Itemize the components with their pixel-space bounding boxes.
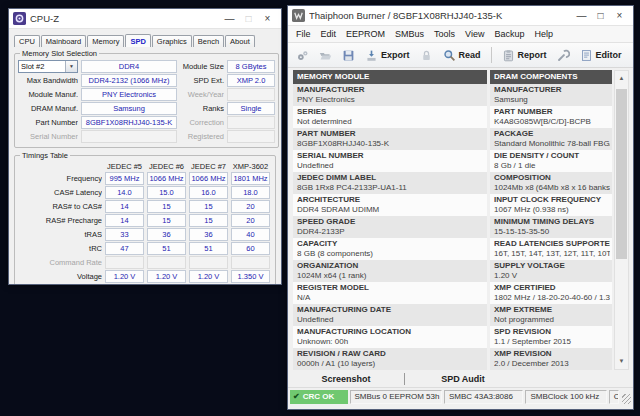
row-value: 8GBF1X08RHJJ40-135-K — [297, 139, 485, 149]
tab-screenshot[interactable]: Screenshot — [288, 374, 404, 384]
module-manuf-field: PNY Electronics — [81, 88, 177, 101]
row-value: 1.20 V — [494, 271, 610, 281]
read-button[interactable]: Read — [439, 47, 485, 64]
timings-row-tras: tRAS 33 36 36 40 — [18, 228, 272, 241]
open-button[interactable] — [315, 47, 336, 64]
settings-button[interactable] — [292, 47, 313, 64]
save-icon — [342, 49, 355, 62]
vertical-scrollbar[interactable]: ▲ ▼ — [614, 70, 629, 370]
thaiphoon-titlebar[interactable]: Thaiphoon Burner / 8GBF1X08RHJJ40-135-K … — [288, 6, 633, 26]
minimize-icon[interactable]: — — [220, 11, 239, 27]
timing-value: 18.0 — [231, 186, 270, 199]
table-row: MANUFACTURERSamsung — [490, 84, 612, 106]
menu-backup[interactable]: Backup — [489, 29, 529, 39]
memory-type-field: DDR4 — [81, 60, 177, 73]
table-row: DIE DENSITY / COUNT8 Gb / 1 die — [490, 150, 612, 172]
timing-value: 1.350 V — [231, 270, 270, 283]
timing-value: 14.0 — [105, 186, 144, 199]
save-button[interactable] — [338, 47, 359, 64]
row-value: Not programmed — [494, 315, 610, 325]
field-label: Registered — [180, 132, 224, 141]
slot-selector-dropdown[interactable]: Slot #2 ▼ — [18, 60, 78, 73]
row-label: PART NUMBER — [494, 107, 610, 117]
tab-bench[interactable]: Bench — [193, 35, 224, 47]
timings-row-frequency: Frequency 995 MHz 1066 MHz 1066 MHz 1801… — [18, 172, 272, 185]
scrollbar-thumb[interactable] — [616, 89, 627, 259]
timing-value: 51 — [147, 242, 186, 255]
menu-file[interactable]: File — [291, 29, 316, 39]
scroll-down-icon[interactable]: ▼ — [615, 354, 628, 369]
cpuz-titlebar[interactable]: CPU-Z — □ × — [9, 9, 281, 29]
menu-tools[interactable]: Tools — [429, 29, 460, 39]
timing-value: 60 — [231, 242, 270, 255]
table-row: MANUFACTURERPNY Electronics — [293, 84, 487, 106]
resize-grip[interactable] — [622, 394, 631, 404]
tab-about[interactable]: About — [225, 35, 255, 47]
menu-smbus[interactable]: SMBus — [390, 29, 429, 39]
lock-button[interactable] — [416, 47, 437, 64]
maximize-icon[interactable]: □ — [591, 8, 610, 24]
report-button-label: Report — [518, 50, 547, 60]
table-row: PART NUMBER8GBF1X08RHJJ40-135-K — [293, 128, 487, 150]
row-value: Undefined — [297, 161, 485, 171]
row-label: MANUFACTURER — [297, 85, 485, 95]
toolbar-separator — [491, 47, 492, 63]
maximize-icon[interactable]: □ — [239, 11, 258, 27]
table-row: MINIMUM TIMING DELAYS15-15-15-35-50 — [490, 216, 612, 238]
export-button-label: Export — [381, 50, 410, 60]
row-label: PART NUMBER — [297, 129, 485, 139]
tab-cpu[interactable]: CPU — [14, 35, 40, 47]
tab-spd[interactable]: SPD — [125, 34, 150, 47]
field-label: DRAM Manuf. — [18, 104, 78, 113]
timing-value — [231, 256, 270, 269]
menu-help[interactable]: Help — [529, 29, 558, 39]
tab-mainboard[interactable]: Mainboard — [41, 35, 86, 47]
tab-graphics[interactable]: Graphics — [152, 35, 192, 47]
status-smbus: SMBus 0 EEPROM 53h — [350, 390, 442, 404]
timing-value: 15 — [189, 214, 228, 227]
close-icon[interactable]: × — [610, 8, 629, 24]
row-value: 1024M x64 (1 rank) — [297, 271, 485, 281]
editor-button[interactable]: Editor — [576, 47, 626, 64]
timings-row-label: CAS# Latency — [18, 188, 102, 197]
row-label: CAPACITY — [297, 239, 485, 249]
cpuz-window: CPU-Z — □ × CPU Mainboard Memory SPD Gra… — [8, 8, 282, 285]
memory-slot-selection-group: Memory Slot Selection Slot #2 ▼ DDR4 Mod… — [14, 49, 279, 148]
menu-eeprom[interactable]: EEPROM — [341, 29, 390, 39]
field-label: Module Size — [180, 62, 224, 71]
row-value: 8 Gb / 1 die — [494, 161, 610, 171]
export-button[interactable]: Export — [361, 47, 414, 64]
menu-view[interactable]: View — [460, 29, 489, 39]
timing-value: 40 — [231, 228, 270, 241]
row-value: 1024Mb x8 (64Mb x8 x 16 banks) — [494, 183, 610, 193]
tab-spd-audit[interactable]: SPD Audit — [405, 374, 521, 384]
table-row: JEDEC DIMM LABEL8GB 1Rx8 PC4-2133P-UA1-1… — [293, 172, 487, 194]
open-icon — [319, 49, 332, 62]
table-row: SPD REVISION1.1 / September 2015 — [490, 326, 612, 348]
table-row: CAPACITY8 GB (8 components) — [293, 238, 487, 260]
spd-ext-field: XMP 2.0 — [227, 74, 275, 87]
timing-value: 33 — [105, 228, 144, 241]
chevron-down-icon[interactable]: ▼ — [65, 61, 77, 72]
editor-icon — [580, 49, 593, 62]
table-row: INPUT CLOCK FREQUENCY1067 MHz (0.938 ns) — [490, 194, 612, 216]
cpuz-body: CPU Mainboard Memory SPD Graphics Bench … — [9, 29, 281, 285]
scroll-up-icon[interactable]: ▲ — [615, 71, 628, 86]
timings-row-label: Voltage — [18, 272, 102, 281]
row-label: SPEED GRADE — [297, 217, 485, 227]
report-button[interactable]: Report — [498, 47, 551, 64]
timings-column-header: JEDEC #6 — [147, 162, 186, 171]
row-label: XMP REVISION — [494, 349, 610, 359]
menu-edit[interactable]: Edit — [316, 29, 342, 39]
status-smbc: SMBC 43A3:8086 — [444, 390, 524, 404]
close-icon[interactable]: × — [258, 11, 277, 27]
ranks-field: Single — [227, 102, 275, 115]
tab-memory[interactable]: Memory — [87, 35, 124, 47]
options-button[interactable] — [553, 47, 574, 64]
thaiphoon-window-title: Thaiphoon Burner / 8GBF1X08RHJJ40-135-K — [309, 10, 568, 21]
status-completed: Completed in 0.30 se — [609, 390, 619, 404]
row-label: DIE DENSITY / COUNT — [494, 151, 610, 161]
row-label: REVISION / RAW CARD — [297, 349, 485, 359]
minimize-icon[interactable]: — — [572, 8, 591, 24]
correction-field — [227, 116, 275, 129]
